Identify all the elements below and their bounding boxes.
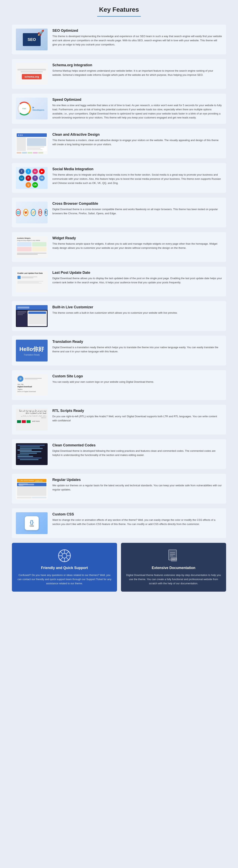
twitch-icon: T <box>32 175 38 181</box>
chrome-icon: 🌐 <box>16 209 21 216</box>
ok-icon: OK <box>32 182 38 188</box>
feature-content-seo: SEO Optimized This theme is developed im… <box>53 29 222 46</box>
feature-clean-design: Clean and Attractive Design This theme f… <box>12 129 226 158</box>
feature-image-css: {} CSS <box>16 512 47 534</box>
feature-image-browser: 🌐 🦊 🧭 O E <box>16 202 47 223</box>
feature-title-social: Social Media Integration <box>53 167 222 171</box>
feature-title-widget: Widget Ready <box>53 236 222 240</box>
feature-seo: SEO 🚀 SEO Optimized This theme is develo… <box>12 25 226 54</box>
feature-title-code: Clean Commented Codes <box>53 443 222 447</box>
feature-image-clean-design <box>16 132 47 154</box>
feature-title-customizer: Built-in Live Customizer <box>53 305 222 309</box>
uae-flag-icon <box>22 420 26 423</box>
feature-desc-code: Digital Download theme is developed foll… <box>53 449 222 457</box>
feature-desc-rtl: Do you use right-to-left (RTL) scripts l… <box>53 414 222 423</box>
feature-content-rtl: RTL Scripts Ready Do you use right-to-le… <box>53 409 222 423</box>
feature-desc-speed: No one likes a slow and laggy website th… <box>53 103 222 120</box>
feature-image-logo: ⚙ Site Title Digital Download Tagline De… <box>16 374 47 396</box>
feature-title-rtl: RTL Scripts Ready <box>53 409 222 413</box>
feature-widget: Available Widgets Drag and drop widgets … <box>12 232 226 262</box>
feature-image-translation: Hello你好 Translation Ready <box>16 340 47 362</box>
edge-icon: E <box>44 209 47 216</box>
qq-icon: Q <box>26 182 31 188</box>
feature-image-customizer <box>16 305 47 327</box>
feature-desc-social: This theme allows you to integrate and d… <box>53 173 222 185</box>
update-banner-icon: 🔔 New version available. Update now <box>17 479 46 482</box>
feature-content-logo: Custom Site Logo You can easily add your… <box>53 374 222 384</box>
translation-text-icon: Hello你好 <box>20 345 44 353</box>
feature-desc-clean-design: This theme features a modern, clean and … <box>53 138 222 147</box>
feature-speed: Fast ▶ Developers Speed Optimized No one… <box>12 94 226 124</box>
feature-desc-css: Want to change the color or animation ef… <box>53 518 222 526</box>
feature-title-translation: Translation Ready <box>53 340 222 344</box>
svg-rect-14 <box>171 558 177 561</box>
feature-image-social: f t in ▶ Li P T Vk Q OK <box>16 167 47 189</box>
feature-code: Clean Commented Codes Digital Download t… <box>12 439 226 469</box>
feature-desc-schema: Schema Markup helps search engines under… <box>53 69 222 77</box>
feature-content-speed: Speed Optimized No one likes a slow and … <box>53 98 222 120</box>
svg-point-1 <box>62 553 67 558</box>
feature-content-schema: Schema.org Integration Schema Markup hel… <box>53 63 222 77</box>
docs-card-title: Extensive Documentation <box>152 566 195 570</box>
feature-desc-widget: This theme features ample space for widg… <box>53 242 222 250</box>
feature-translation: Hello你好 Translation Ready Translation Re… <box>12 336 226 366</box>
safari-icon: 🧭 <box>31 209 36 216</box>
firefox-icon: 🦊 <box>23 209 28 216</box>
feature-content-updates: Regular Updates We update our themes on … <box>53 478 222 492</box>
linkedin-icon: Li <box>19 175 24 181</box>
docs-card-desc: Digital Download theme features extensiv… <box>126 573 222 586</box>
feature-desc-browser: Digital Download theme is a cross-browse… <box>53 207 222 216</box>
feature-social: f t in ▶ Li P T Vk Q OK Social Media Int… <box>12 163 226 193</box>
feature-image-rtl: فَبِمَا رَحۡمَةٍ مِّنَ ٱللَّهِ لِنتَ لَه… <box>16 409 47 431</box>
feature-title-schema: Schema.org Integration <box>53 63 222 67</box>
feature-css: {} CSS Custom CSS Want to change the col… <box>12 508 226 538</box>
feature-content-translation: Translation Ready Digital Download is a … <box>53 340 222 354</box>
feature-content-lastpost: Last Post Update Date Digital Download t… <box>53 271 222 285</box>
opera-icon: O <box>38 209 42 216</box>
support-card: Friendly and Quick Support Confused? Do … <box>12 543 117 591</box>
feature-lastpost: Enable Last Update Post Date Last Post U… <box>12 267 226 297</box>
rocket-icon: 🚀 <box>37 30 44 36</box>
bottom-section: Friendly and Quick Support Confused? Do … <box>12 543 226 591</box>
pakistan-flag-icon <box>27 420 31 423</box>
title-underline <box>97 16 141 17</box>
feature-title-speed: Speed Optimized <box>53 98 222 102</box>
docs-card: Extensive Documentation Digital Download… <box>121 543 226 591</box>
css-badge-icon: {} CSS <box>25 516 39 530</box>
svg-line-6 <box>60 551 63 554</box>
speed-gauge-icon: Fast <box>18 101 31 116</box>
feature-rtl: فَبِمَا رَحۡمَةٍ مِّنَ ٱللَّهِ لِنتَ لَه… <box>12 405 226 434</box>
feature-title-browser: Cross Browser Compatible <box>53 202 222 206</box>
svg-line-9 <box>60 558 63 560</box>
feature-image-schema: schema.org <box>16 63 47 85</box>
svg-line-7 <box>66 558 69 560</box>
feature-content-clean-design: Clean and Attractive Design This theme f… <box>53 132 222 147</box>
feature-logo: ⚙ Site Title Digital Download Tagline De… <box>12 370 226 400</box>
speed-logo-icon: ▶ Developers <box>33 106 46 111</box>
feature-image-updates: 🔔 New version available. Update now Most… <box>16 478 47 500</box>
support-card-desc: Confused? Do you have any questions or i… <box>16 573 112 586</box>
feature-content-widget: Widget Ready This theme features ample s… <box>53 236 222 250</box>
feature-image-seo: SEO 🚀 <box>16 29 47 51</box>
feature-title-updates: Regular Updates <box>53 478 222 482</box>
feature-title-seo: SEO Optimized <box>53 29 222 33</box>
feature-schema: schema.org Schema.org Integration Schema… <box>12 59 226 89</box>
feature-image-widget: Available Widgets Drag and drop widgets … <box>16 236 47 258</box>
instagram-icon: in <box>32 168 38 174</box>
translation-subtext-icon: Translation Ready <box>24 354 40 356</box>
feature-content-customizer: Built-in Live Customizer This theme come… <box>53 305 222 315</box>
docs-card-icon <box>167 549 180 563</box>
feature-content-social: Social Media Integration This theme allo… <box>53 167 222 185</box>
youtube-icon: ▶ <box>39 168 45 174</box>
twitter-icon: t <box>26 168 31 174</box>
saudi-flag-icon <box>17 420 21 423</box>
feature-title-lastpost: Last Post Update Date <box>53 271 222 275</box>
page-title: Key Features <box>12 6 226 14</box>
feature-desc-customizer: This theme comes with a built-in live cu… <box>53 311 222 315</box>
page-wrapper: Key Features SEO 🚀 SEO Optimized This th… <box>0 0 238 599</box>
feature-title-clean-design: Clean and Attractive Design <box>53 132 222 137</box>
feature-desc-lastpost: Digital Download theme allows you to dis… <box>53 276 222 285</box>
schema-logo: schema.org <box>22 74 42 80</box>
feature-image-lastpost: Enable Last Update Post Date <box>16 271 47 292</box>
feature-content-browser: Cross Browser Compatible Digital Downloa… <box>53 202 222 216</box>
